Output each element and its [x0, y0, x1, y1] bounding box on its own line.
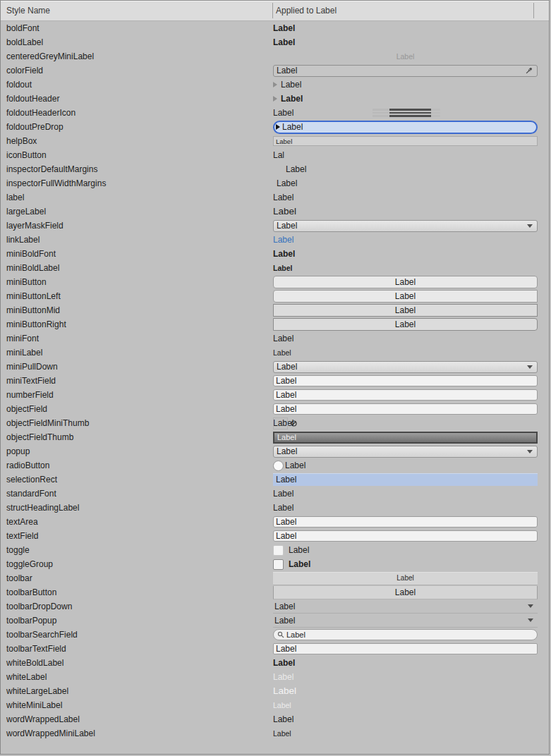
foldout-sample: Label [281, 80, 301, 89]
dropdown-caret-icon [527, 450, 533, 453]
style-viewer-window: Style Name Applied to Label boldFontLabe… [0, 0, 550, 755]
toolbarPopup-sample[interactable]: Label [273, 614, 538, 628]
miniButtonMid-sample[interactable]: Label [273, 304, 538, 317]
table-row: toolbarSearchFieldLabel [1, 628, 549, 642]
style-sample-cell: Label [273, 571, 549, 585]
style-name: boldLabel [1, 37, 273, 47]
textArea-sample[interactable]: Label [273, 516, 538, 528]
style-name: selectionRect [1, 475, 273, 484]
style-name: whiteMiniLabel [1, 700, 273, 710]
toolbarTextField-sample[interactable]: Label [273, 643, 538, 654]
style-sample-cell: Label [273, 543, 549, 557]
style-sample-cell: Label [273, 331, 549, 346]
label-sample: Label [273, 193, 293, 202]
sample-label: Label [395, 319, 416, 329]
miniButtonLeft-sample[interactable]: Label [273, 290, 538, 303]
radio-circle-icon[interactable] [273, 461, 284, 471]
structHeadingLabel-sample: Label [273, 504, 293, 512]
miniPullDown-sample[interactable]: Label [273, 361, 538, 373]
objectFieldMiniThumb-sample[interactable]: Label [273, 416, 538, 430]
textField-sample[interactable]: Label [273, 530, 538, 542]
table-row: layerMaskFieldLabel [1, 219, 549, 233]
table-row: miniButtonRightLabel [1, 317, 549, 331]
dropdown-caret-icon [527, 365, 533, 369]
style-name: centeredGreyMiniLabel [1, 51, 273, 61]
style-name: wordWrappedMiniLabel [1, 728, 273, 738]
style-sample-cell: Label [273, 416, 549, 430]
sample-label: Label [395, 291, 416, 301]
sample-label: Label [276, 475, 296, 484]
table-row: miniBoldFontLabel [1, 247, 549, 261]
table-row: numberFieldLabel [1, 388, 549, 402]
style-sample-cell: Label [273, 472, 549, 487]
style-sample-cell: Label [273, 515, 549, 529]
objectFieldThumb-sample[interactable]: Label [273, 432, 538, 444]
column-divider[interactable] [272, 3, 273, 18]
objectField-sample[interactable]: Label [273, 403, 538, 415]
miniButton-sample[interactable]: Label [273, 276, 538, 288]
toolbarButton-sample[interactable]: Label [273, 586, 538, 599]
style-sample-cell: Label [273, 134, 549, 148]
table-row: whiteMiniLabelLabel [1, 698, 549, 712]
table-row: toolbarDropDownLabel [1, 599, 549, 614]
style-sample-cell: Label [273, 92, 549, 106]
numberField-sample[interactable]: Label [273, 389, 538, 401]
pane-options-icon[interactable] [373, 109, 440, 117]
sample-label: Label [277, 66, 297, 75]
miniFont-sample: Label [273, 334, 293, 343]
column-divider[interactable] [533, 3, 534, 18]
popup-sample[interactable]: Label [273, 446, 538, 458]
style-name: inspectorFullWidthMargins [1, 178, 273, 188]
table-row: miniButtonLeftLabel [1, 289, 549, 303]
sample-label: Label [276, 644, 296, 654]
style-sample-cell: Label [273, 614, 549, 628]
table-row: textAreaLabel [1, 515, 549, 529]
table-row: toolbarTextFieldLabel [1, 642, 549, 656]
style-sample-cell: Label [273, 317, 549, 331]
style-name: whiteLabel [1, 672, 273, 682]
miniBoldLabel-sample: Label [273, 264, 292, 272]
table-row: whiteLabelLabel [1, 670, 549, 684]
table-header: Style Name Applied to Label [1, 1, 549, 21]
table-row: miniButtonMidLabel [1, 303, 549, 317]
style-sample-cell: Label [273, 501, 549, 515]
table-row: objectFieldThumbLabel [1, 430, 549, 444]
miniTextField-sample[interactable]: Label [273, 375, 538, 386]
linkLabel-sample[interactable]: Label [273, 236, 293, 244]
style-sample-cell: Label [273, 63, 549, 78]
foldoutHeaderIcon-sample: Label [273, 109, 293, 117]
foldoutHeader-sample: Label [281, 94, 303, 103]
style-sample-cell: Label [273, 529, 549, 543]
style-name: miniFont [1, 334, 273, 343]
foldout-arrow-icon [276, 124, 280, 130]
table-row: inspectorFullWidthMarginsLabel [1, 176, 549, 190]
style-name: foldoutPreDrop [1, 122, 273, 132]
sample-label: Label [282, 122, 303, 132]
table-row: largeLabelLabel [1, 205, 549, 219]
style-name: radioButton [1, 461, 273, 470]
colorField-sample[interactable]: Label [273, 65, 538, 77]
style-name: standardFont [1, 489, 273, 499]
table-row: boldFontLabel [1, 21, 549, 35]
eyedropper-icon [525, 66, 533, 75]
table-row: standardFontLabel [1, 487, 549, 501]
table-row: textFieldLabel [1, 529, 549, 543]
checkbox-icon[interactable] [273, 545, 284, 556]
style-name: helpBox [1, 136, 273, 146]
toolbarDropDown-sample[interactable]: Label [273, 600, 538, 614]
table-row: wordWrappedMiniLabelLabel [1, 726, 549, 740]
style-sample-cell: Label [273, 726, 549, 740]
selectionRect-sample: Label [273, 473, 538, 486]
object-thumb-box [273, 417, 288, 429]
miniButtonRight-sample[interactable]: Label [273, 318, 538, 331]
layerMaskField-sample[interactable]: Label [273, 220, 538, 232]
foldoutPreDrop-sample[interactable]: Label [273, 121, 538, 134]
style-sample-cell: Label [273, 670, 549, 684]
foldout-arrow-icon[interactable] [273, 82, 277, 87]
style-sample-cell: Label [273, 35, 549, 49]
column-header-style-name: Style Name [1, 6, 272, 16]
toolbarSearchField-sample[interactable]: Label [273, 629, 538, 640]
largeLabel-sample: Label [273, 207, 296, 217]
foldout-arrow-icon[interactable] [273, 96, 277, 102]
checkbox-icon[interactable] [273, 559, 284, 570]
